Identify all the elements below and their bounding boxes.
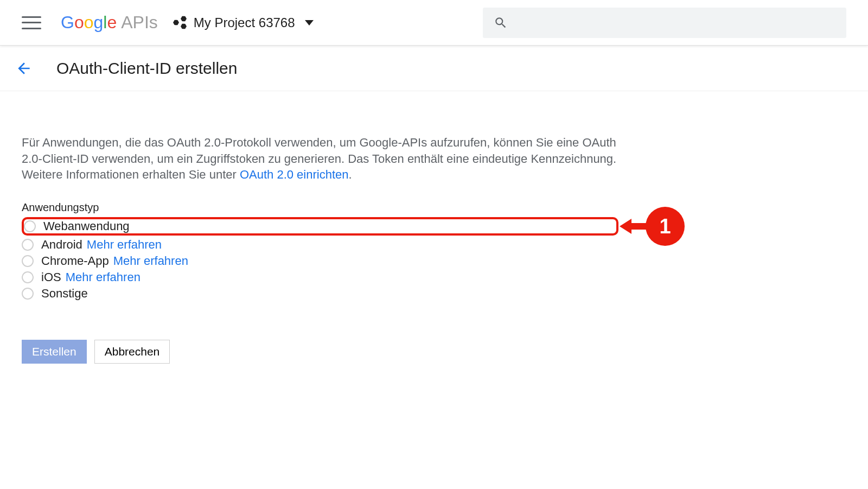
learn-more-link-chrome[interactable]: Mehr erfahren	[113, 254, 188, 268]
application-type-radios: Webanwendung 1 Android Mehr erfahren Chr…	[22, 217, 618, 301]
create-button[interactable]: Erstellen	[22, 340, 87, 364]
radio-option-ios[interactable]: iOS Mehr erfahren	[22, 270, 618, 284]
main-content: Für Anwendungen, die das OAuth 2.0-Proto…	[0, 91, 640, 385]
radio-option-android[interactable]: Android Mehr erfahren	[22, 238, 618, 252]
logo-product-label: APIs	[121, 12, 158, 33]
project-icon	[173, 16, 187, 30]
application-type-label: Anwendungstyp	[22, 201, 618, 214]
radio-icon	[24, 220, 36, 232]
google-apis-logo[interactable]: Google APIs	[61, 12, 158, 33]
search-icon	[494, 16, 508, 30]
radio-icon	[22, 288, 34, 300]
radio-icon	[22, 255, 34, 267]
project-name: My Project 63768	[194, 15, 295, 30]
radio-label: Chrome-App	[41, 254, 109, 268]
top-bar: Google APIs My Project 63768	[0, 0, 868, 46]
radio-label: Webanwendung	[43, 219, 130, 233]
page-title: OAuth-Client-ID erstellen	[56, 59, 237, 78]
description-after: .	[349, 168, 352, 181]
cancel-button[interactable]: Abbrechen	[94, 340, 170, 364]
back-arrow-icon[interactable]	[15, 60, 33, 77]
radio-label: iOS	[41, 270, 61, 284]
radio-label: Android	[41, 238, 82, 252]
annotation-highlight-1: Webanwendung 1	[22, 217, 618, 236]
description-text: Für Anwendungen, die das OAuth 2.0-Proto…	[22, 135, 618, 183]
radio-option-chrome[interactable]: Chrome-App Mehr erfahren	[22, 254, 618, 268]
button-row: Erstellen Abbrechen	[22, 340, 618, 364]
annotation-number: 1	[646, 207, 685, 246]
learn-more-link-ios[interactable]: Mehr erfahren	[66, 270, 141, 284]
project-selector[interactable]: My Project 63768	[173, 15, 314, 30]
annotation-arrow-1: 1	[616, 207, 685, 246]
oauth-setup-link[interactable]: OAuth 2.0 einrichten	[240, 168, 349, 181]
radio-icon	[22, 239, 34, 251]
menu-icon[interactable]	[22, 16, 41, 29]
radio-option-other[interactable]: Sonstige	[22, 287, 618, 301]
learn-more-link-android[interactable]: Mehr erfahren	[87, 238, 162, 252]
radio-option-web[interactable]: Webanwendung	[24, 219, 130, 233]
radio-label: Sonstige	[41, 287, 88, 301]
radio-icon	[22, 271, 34, 283]
chevron-down-icon	[305, 20, 314, 26]
sub-header: OAuth-Client-ID erstellen	[0, 46, 868, 91]
search-input[interactable]	[483, 8, 846, 38]
